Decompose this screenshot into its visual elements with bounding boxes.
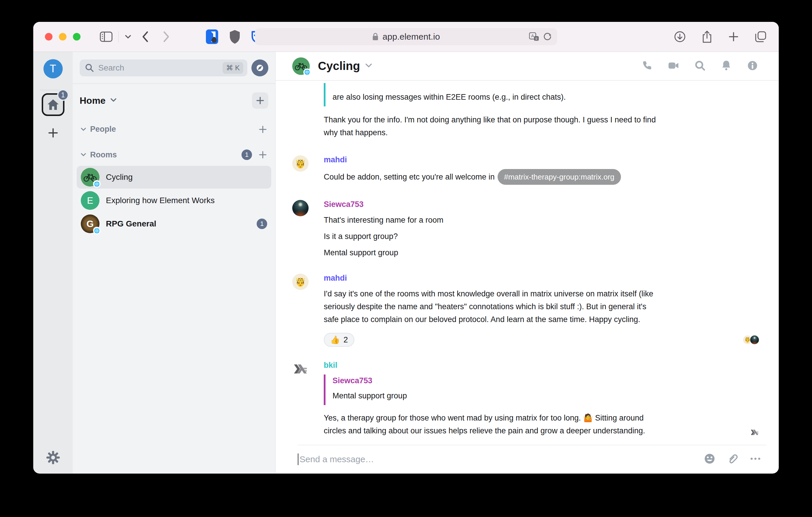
share-icon[interactable]	[701, 30, 713, 43]
read-receipt-bkil[interactable]	[750, 427, 759, 437]
siewca753-avatar[interactable]	[292, 200, 309, 216]
create-space-button[interactable]	[47, 127, 59, 140]
people-section-label: People	[90, 125, 116, 134]
mahdi-avatar[interactable]: 🤴	[292, 155, 309, 172]
space-chevron-down-icon[interactable]	[110, 97, 117, 104]
toolbar-divider	[118, 31, 119, 42]
search-icon	[85, 63, 94, 72]
read-receipt-siewca[interactable]	[750, 335, 759, 345]
room-avatar-exploring: E	[81, 191, 99, 210]
chevron-down-icon	[80, 127, 87, 132]
browser-toolbar: app.element.io A文	[33, 22, 779, 52]
add-button[interactable]	[252, 92, 268, 109]
explore-rooms-button[interactable]	[252, 59, 268, 77]
message-text: That's interesting name for a room	[324, 214, 706, 226]
tab-overview-icon[interactable]	[754, 30, 767, 43]
window-controls	[45, 33, 81, 40]
public-room-globe-icon: 🌐	[93, 227, 100, 234]
compass-icon	[255, 63, 265, 73]
sidebar-toggle-icon[interactable]	[100, 31, 113, 42]
room-info-icon[interactable]	[747, 60, 758, 72]
sidebar-chevron-down-icon[interactable]	[124, 34, 132, 39]
quote-sender-name[interactable]: Siewca753	[332, 376, 759, 385]
home-icon	[47, 98, 59, 111]
search-input[interactable]: Search ⌘ K	[80, 59, 247, 77]
more-options-icon[interactable]	[750, 457, 761, 462]
room-row-rpg-general[interactable]: G 🌐 RPG General 1	[77, 212, 271, 235]
message-group: 🤴 mahdi I'd say it's one of the rooms wi…	[292, 274, 759, 347]
browser-window: app.element.io A文	[33, 22, 779, 474]
rooms-section-header[interactable]: Rooms 1	[80, 150, 267, 160]
rooms-unread-badge: 1	[241, 150, 252, 160]
composer-placeholder: Send a message…	[299, 454, 703, 464]
downloads-icon[interactable]	[674, 31, 686, 43]
room-title[interactable]: Cycling	[318, 59, 360, 72]
password-manager-extension-icon[interactable]	[205, 29, 219, 45]
rooms-section-label: Rooms	[90, 150, 117, 159]
user-avatar[interactable]: T	[44, 59, 63, 79]
room-header: 🌐 Cycling	[276, 52, 779, 81]
sender-name[interactable]: Siewca753	[324, 200, 759, 209]
sender-name[interactable]: mahdi	[324, 155, 759, 164]
tls-lock-icon	[372, 33, 379, 41]
room-name: RPG General	[106, 219, 257, 229]
room-initial: G	[87, 219, 94, 230]
room-search-icon[interactable]	[694, 60, 706, 72]
traffic-light-zoom[interactable]	[73, 33, 81, 40]
message-group: 🤴 mahdi Could be addon, setting etc you'…	[292, 155, 759, 185]
traffic-light-minimize[interactable]	[59, 33, 66, 40]
people-section-header[interactable]: People	[80, 125, 267, 134]
add-people-icon[interactable]	[258, 125, 267, 134]
sender-name[interactable]: bkil	[324, 361, 759, 370]
chevron-down-icon	[80, 152, 87, 157]
public-room-globe-icon: 🌐	[303, 68, 311, 76]
panel-divider	[72, 83, 276, 84]
room-link-pill[interactable]: #matrix-therapy-group:matrix.org	[498, 169, 621, 185]
address-bar[interactable]: app.element.io A文	[255, 28, 557, 45]
room-unread-badge: 1	[257, 219, 267, 229]
message-group: Siewca753 That's interesting name for a …	[292, 200, 759, 259]
reaction-emoji: 👍	[330, 335, 340, 344]
room-name: Cycling	[106, 173, 267, 182]
reaction-count: 2	[344, 335, 348, 344]
reload-icon[interactable]	[543, 32, 552, 41]
space-name[interactable]: Home	[80, 95, 106, 106]
shield-extension-icon[interactable]	[229, 29, 241, 44]
translate-icon[interactable]: A文	[529, 32, 539, 41]
emoji-picker-icon[interactable]	[703, 453, 716, 466]
voice-call-icon[interactable]	[641, 60, 653, 72]
public-room-globe-icon: 🌐	[93, 180, 100, 188]
forward-button[interactable]	[163, 31, 170, 42]
message-text-prefix: Could be addon, setting etc you're all w…	[324, 173, 495, 181]
quoted-message[interactable]: are also losing messages within E2EE roo…	[324, 83, 759, 107]
room-avatar-cycling: 🌐	[81, 168, 99, 186]
back-button[interactable]	[141, 31, 149, 42]
room-row-cycling[interactable]: 🌐 Cycling	[77, 166, 271, 188]
message-composer[interactable]: Send a message…	[298, 445, 766, 473]
message-group: bkil Siewca753 Mental support group Yes,…	[292, 361, 759, 437]
message-timeline[interactable]: are also losing messages within E2EE roo…	[276, 81, 779, 445]
quote-text: are also losing messages within E2EE roo…	[332, 91, 715, 103]
attachment-icon[interactable]	[727, 453, 738, 466]
notifications-bell-icon[interactable]	[720, 59, 732, 73]
traffic-light-close[interactable]	[45, 33, 53, 40]
room-name: Exploring how Element Works	[106, 196, 267, 205]
text-caret	[298, 453, 298, 465]
video-call-icon[interactable]	[667, 60, 679, 72]
sender-name[interactable]: mahdi	[324, 274, 759, 283]
read-receipts: 🤴	[743, 335, 759, 345]
settings-gear-icon[interactable]	[46, 451, 60, 466]
url-text: app.element.io	[383, 32, 440, 42]
room-row-exploring[interactable]: E Exploring how Element Works	[77, 189, 271, 212]
quoted-message[interactable]: Siewca753 Mental support group	[324, 374, 759, 405]
room-header-avatar[interactable]: 🌐	[292, 57, 310, 75]
chat-panel: 🌐 Cycling are al	[276, 52, 779, 473]
bkil-avatar[interactable]	[292, 361, 309, 377]
new-tab-icon[interactable]	[728, 31, 739, 42]
reaction-chip[interactable]: 👍 2	[324, 333, 354, 347]
add-room-icon[interactable]	[258, 150, 267, 159]
search-shortcut-badge: ⌘ K	[223, 62, 243, 74]
room-chevron-down-icon[interactable]	[365, 63, 373, 69]
room-initial: E	[87, 195, 93, 206]
mahdi-avatar[interactable]: 🤴	[292, 274, 309, 290]
